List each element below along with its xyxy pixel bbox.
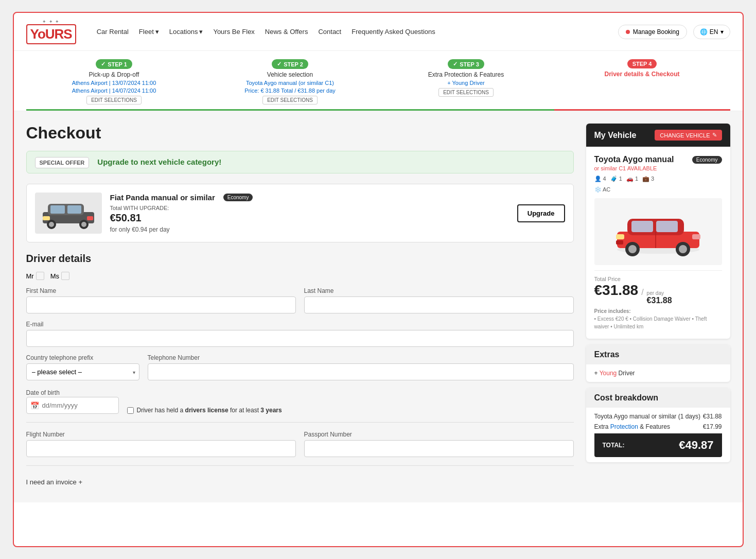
flight-number-group: Flight Number <box>26 431 296 457</box>
step-2-line <box>202 109 378 111</box>
manage-booking-button[interactable]: Manage Booking <box>618 25 687 39</box>
first-name-label: First Name <box>26 287 296 294</box>
cost-header: Cost breakdown <box>586 388 730 408</box>
vehicle-features-2: ❄️ AC <box>594 186 722 193</box>
phone-number-input[interactable] <box>148 363 574 380</box>
extras-panel: Extras + Young Driver <box>586 345 730 382</box>
svg-rect-21 <box>616 234 624 239</box>
cost-row-vehicle: Toyota Aygo manual or similar (1 days) €… <box>594 413 722 420</box>
step-4: STEP 4 Driver details & Checkout <box>554 59 730 111</box>
step-2-title: Vehicle selection <box>202 71 378 78</box>
step-2-detail1: Toyota Aygo manual (or similar C1) <box>202 80 378 86</box>
svg-rect-9 <box>43 216 50 220</box>
flight-number-label: Flight Number <box>26 431 296 438</box>
step-1-edit-btn[interactable]: EDIT SELECTIONS <box>86 96 142 104</box>
driver-details-title: Driver details <box>26 253 574 265</box>
vehicle-panel-title: My Vehicle <box>594 131 637 140</box>
divider <box>26 422 574 423</box>
nav-contact[interactable]: Contact <box>318 28 341 36</box>
feature-bags1: 🧳 1 <box>610 176 622 182</box>
svg-rect-10 <box>87 216 93 220</box>
invoice-toggle[interactable]: I need an invoice + <box>26 474 574 490</box>
nav-faq[interactable]: Frequently Asked Questions <box>351 28 435 36</box>
price-label: Total Price <box>594 276 722 282</box>
nav-yours-be-flex[interactable]: Yours Be Flex <box>213 28 254 36</box>
special-offer-text-wrapper: Upgrade to next vehicle category! <box>97 158 221 167</box>
dob-input-wrapper: 📅 <box>26 397 119 414</box>
language-selector[interactable]: 🌐 EN ▾ <box>693 25 730 39</box>
protection-link[interactable]: Protection <box>610 423 638 430</box>
cost-vehicle-amount: €31.88 <box>703 413 722 420</box>
cost-total-label: TOTAL: <box>603 442 625 449</box>
upgrade-info: Fiat Panda manual or similar Economy Tot… <box>110 193 509 233</box>
phone-prefix-select[interactable]: – please select – <box>26 363 139 380</box>
checkout-title: Checkout <box>26 124 574 143</box>
license-check-group: Driver has held a drivers license for at… <box>127 407 282 414</box>
first-name-group: First Name <box>26 287 296 313</box>
phone-prefix-wrapper: – please select – ▾ <box>26 363 139 380</box>
cost-extras-amount: €17.99 <box>703 423 722 430</box>
step-3-edit-btn[interactable]: EDIT SELECTIONS <box>438 88 494 97</box>
vehicle-panel: My Vehicle CHANGE VEHICLE ✎ Toyota Aygo … <box>586 124 730 339</box>
calendar-icon: 📅 <box>30 401 39 410</box>
step-3-detail1: + Young Driver <box>378 80 554 86</box>
license-text: Driver has held a drivers license for at… <box>137 407 282 414</box>
svg-rect-8 <box>67 205 81 214</box>
flight-passport-row: Flight Number Passport Number <box>26 431 574 457</box>
feature-bags2: 💼 3 <box>642 176 654 182</box>
nav-locations[interactable]: Locations ▾ <box>169 28 203 36</box>
step-2-edit-btn[interactable]: EDIT SELECTIONS <box>262 96 318 104</box>
vehicle-body: Toyota Aygo manual Economy or similar C1… <box>586 147 730 339</box>
nav-news-offers[interactable]: News & Offers <box>265 28 308 36</box>
feature-passengers: 👤 4 <box>594 176 606 182</box>
feature-ac: ❄️ AC <box>594 186 611 193</box>
cost-panel: Cost breakdown Toyota Aygo manual or sim… <box>586 388 730 462</box>
price-section: Total Price €31.88 / per day €31.88 Pric… <box>594 270 722 330</box>
phone-prefix-group: Country telephone prefix – please select… <box>26 354 139 380</box>
email-input[interactable] <box>26 330 574 347</box>
step-4-badge: STEP 4 <box>627 59 657 68</box>
nav-car-rental[interactable]: Car Rental <box>97 28 129 36</box>
upgrade-price: €50.81 <box>110 212 509 224</box>
logo[interactable]: ✦ ✦ ✦ YoURS <box>26 19 76 44</box>
license-checkbox[interactable] <box>127 407 134 414</box>
last-name-input[interactable] <box>304 296 574 313</box>
main-nav: Car Rental Fleet ▾ Locations ▾ Yours Be … <box>97 28 603 36</box>
cost-row-extras: Extra Protection & Features €17.99 <box>594 423 722 430</box>
title-mr-checkbox[interactable] <box>36 272 44 280</box>
change-vehicle-button[interactable]: CHANGE VEHICLE ✎ <box>655 130 722 141</box>
vehicle-image <box>594 198 722 265</box>
step-1-detail2: Athens Airport | 14/07/2024 11:00 <box>26 88 202 94</box>
cost-total-row: TOTAL: €49.87 <box>594 433 722 457</box>
step-1-detail1: Athens Airport | 13/07/2024 11:00 <box>26 80 202 86</box>
svg-rect-7 <box>50 205 65 214</box>
price-includes: Price includes: • Excess €20 € • Collisi… <box>594 307 722 330</box>
price-main: €31.88 / per day €31.88 <box>594 282 722 305</box>
email-group: E-mail <box>26 321 574 347</box>
step-2-badge: ✓ STEP 2 <box>272 59 308 69</box>
upgrade-car-image <box>35 193 102 234</box>
price-perday: €31.88 <box>647 296 672 305</box>
flight-number-input[interactable] <box>26 440 296 457</box>
first-name-input[interactable] <box>26 296 296 313</box>
young-driver-link[interactable]: Young <box>600 370 617 377</box>
dob-input[interactable] <box>26 397 119 414</box>
svg-rect-22 <box>692 234 700 239</box>
vehicle-name-row: Toyota Aygo manual Economy <box>594 155 722 164</box>
logo-text: YoURS <box>26 24 76 44</box>
nav-fleet[interactable]: Fleet ▾ <box>139 28 159 36</box>
passport-input[interactable] <box>304 440 574 457</box>
step-3: ✓ STEP 3 Extra Protection & Features + Y… <box>378 59 554 111</box>
phone-number-label: Telephone Number <box>148 354 574 361</box>
price-perday-group: per day €31.88 <box>647 290 672 305</box>
price-big: €31.88 <box>594 282 639 299</box>
special-offer-label: SPECIAL OFFER <box>35 157 90 168</box>
title-mr-label[interactable]: Mr <box>26 272 44 280</box>
extras-body: + Young Driver <box>586 364 730 382</box>
special-offer-label-wrapper: SPECIAL OFFER <box>35 158 90 167</box>
title-ms-label[interactable]: Ms <box>50 272 69 280</box>
feature-doors: 🚗 1 <box>626 176 638 182</box>
upgrade-button[interactable]: Upgrade <box>517 204 565 222</box>
svg-point-20 <box>679 245 687 253</box>
title-ms-checkbox[interactable] <box>61 272 69 280</box>
